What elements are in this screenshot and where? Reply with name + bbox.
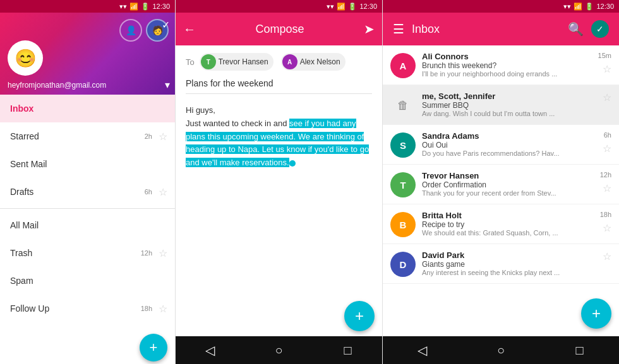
starred-star-icon: ☆ — [159, 131, 167, 143]
preview-3: Thank you for your recent order from Ste… — [422, 189, 595, 197]
sender-4: Britta Holt — [422, 211, 595, 220]
star-3[interactable]: ☆ — [603, 182, 611, 194]
nav-item-spam[interactable]: Spam — [0, 267, 175, 295]
middle-recents-nav[interactable]: □ — [329, 336, 367, 364]
left-fab[interactable]: + — [140, 334, 167, 361]
email-right-3: 12h ☆ — [600, 171, 611, 194]
avatar-4: B — [390, 212, 416, 237]
subject-1: Summer BBQ — [422, 101, 598, 110]
trevor-avatar: T — [201, 54, 216, 69]
preview-4: We should eat this: Grated Squash, Corn,… — [422, 229, 595, 237]
wifi-icon: 📶 — [129, 3, 138, 11]
middle-signal-icon: ▾▾ — [327, 3, 334, 11]
avatar-3: T — [390, 172, 416, 197]
compose-body: To T Trevor Hansen A Alex Nelson Plans f… — [176, 45, 382, 336]
cursor-bottom — [289, 160, 296, 167]
inbox-header: ☰ Inbox 🔍 ✓ — [383, 13, 619, 45]
star-2[interactable]: ☆ — [603, 143, 611, 155]
time-0: 15m — [598, 52, 611, 59]
secondary-avatar-1[interactable]: 👤 — [119, 19, 142, 42]
email-item-2[interactable]: S Sandra Adams Oui Oui Do you have Paris… — [383, 125, 619, 165]
email-item-0[interactable]: A Ali Connors Brunch this weekend? I'll … — [383, 45, 619, 85]
middle-battery-icon: 🔋 — [348, 3, 357, 11]
dropdown-icon[interactable]: ▾ — [165, 79, 170, 91]
follow-up-star-icon: ☆ — [159, 303, 167, 315]
star-5[interactable]: ☆ — [603, 250, 611, 262]
compose-subject[interactable]: Plans for the weekend — [186, 78, 372, 94]
drawer-check: ✓ — [162, 19, 170, 31]
compose-to-row: To T Trevor Hansen A Alex Nelson — [186, 53, 372, 71]
star-4[interactable]: ☆ — [603, 222, 611, 234]
right-battery-icon: 🔋 — [585, 3, 594, 11]
nav-item-all-mail[interactable]: All Mail — [0, 211, 175, 239]
starred-time: 2h — [145, 132, 152, 140]
follow-up-time: 18h — [141, 305, 152, 312]
time-4: 18h — [600, 211, 611, 218]
drawer-email: heyfromjonathan@gmail.com — [8, 81, 106, 90]
compose-fab[interactable]: + — [344, 301, 375, 331]
nav-label-drafts: Drafts — [10, 187, 165, 197]
email-item-3[interactable]: T Trevor Hansen Order Confirmation Thank… — [383, 165, 619, 204]
trash-time: 12h — [141, 249, 152, 257]
avatar-2: S — [390, 132, 416, 158]
middle-status-bar: ▾▾ 📶 🔋 12:30 — [176, 0, 382, 13]
right-time: 12:30 — [596, 3, 614, 10]
time-2: 6h — [604, 131, 611, 139]
right-back-nav[interactable]: ◁ — [403, 336, 441, 364]
nav-label-inbox: Inbox — [10, 103, 165, 114]
battery-icon: 🔋 — [141, 3, 150, 11]
middle-back-nav[interactable]: ◁ — [191, 336, 229, 364]
preview-5: Any interest in seeing the Knicks play n… — [422, 269, 598, 276]
sender-3: Trevor Hansen — [422, 171, 595, 180]
compose-body-text[interactable]: Hi guys, Just wanted to check in and see… — [186, 104, 372, 170]
email-content-4: Britta Holt Recipe to try We should eat … — [422, 211, 595, 237]
drawer-nav: Inbox Starred 2h ☆ Sent Mail Drafts 6h ☆ — [0, 95, 175, 336]
compose-highlight-text: see if you had any plans this upcoming w… — [186, 119, 369, 167]
right-home-nav[interactable]: ○ — [482, 336, 520, 364]
sender-0: Ali Connors — [422, 52, 593, 61]
inbox-menu-icon[interactable]: ☰ — [393, 21, 404, 37]
recipient-trevor[interactable]: T Trevor Hansen — [200, 53, 273, 71]
compose-back-icon[interactable]: ← — [183, 22, 196, 37]
avatar-0: A — [390, 53, 416, 78]
nav-item-drafts[interactable]: Drafts 6h ☆ — [0, 178, 175, 206]
nav-item-inbox[interactable]: Inbox — [0, 95, 175, 122]
middle-time: 12:30 — [359, 3, 377, 10]
email-item-1[interactable]: 🗑 me, Scott, Jennifer Summer BBQ Aw dang… — [383, 85, 619, 125]
email-item-4[interactable]: B Britta Holt Recipe to try We should ea… — [383, 204, 619, 244]
recipient-alex[interactable]: A Alex Nelson — [281, 53, 346, 71]
inbox-fab[interactable]: + — [581, 298, 611, 329]
right-status-bar: ▾▾ 📶 🔋 12:30 — [383, 0, 619, 13]
nav-item-starred[interactable]: Starred 2h ☆ — [0, 122, 175, 150]
email-content-5: David Park Giants game Any interest in s… — [422, 250, 598, 276]
email-right-5: ☆ — [603, 250, 611, 262]
star-0[interactable]: ☆ — [603, 63, 611, 75]
inbox-check-icon[interactable]: ✓ — [591, 20, 609, 38]
alex-name: Alex Nelson — [300, 57, 340, 66]
compose-panel: ▾▾ 📶 🔋 12:30 ← Compose ➤ To T Trevor Han… — [176, 0, 383, 364]
nav-item-trash[interactable]: Trash 12h ☆ — [0, 239, 175, 267]
inbox-search-icon[interactable]: 🔍 — [568, 21, 584, 37]
compose-send-icon[interactable]: ➤ — [364, 21, 375, 37]
nav-label-spam: Spam — [10, 276, 165, 286]
subject-3: Order Confirmation — [422, 180, 595, 189]
compose-header: ← Compose ➤ — [176, 13, 382, 45]
middle-home-nav[interactable]: ○ — [260, 336, 298, 364]
email-item-5[interactable]: D David Park Giants game Any interest in… — [383, 244, 619, 284]
right-recents-nav[interactable]: □ — [561, 336, 599, 364]
preview-0: I'll be in your neighborhood doing erran… — [422, 70, 593, 78]
nav-label-all-mail: All Mail — [10, 220, 165, 230]
nav-label-sent-mail: Sent Mail — [10, 159, 165, 169]
trevor-name: Trevor Hansen — [219, 57, 268, 66]
preview-2: Do you have Paris recommendations? Hav..… — [422, 150, 598, 157]
nav-item-follow-up[interactable]: Follow Up 18h ☆ — [0, 295, 175, 322]
nav-item-sent-mail[interactable]: Sent Mail — [0, 150, 175, 178]
email-content-0: Ali Connors Brunch this weekend? I'll be… — [422, 52, 593, 78]
main-avatar[interactable]: 😊 — [8, 40, 43, 76]
time-3: 12h — [600, 171, 611, 179]
email-content-2: Sandra Adams Oui Oui Do you have Paris r… — [422, 131, 598, 157]
left-time: 12:30 — [152, 3, 170, 10]
subject-0: Brunch this weekend? — [422, 61, 593, 70]
star-1[interactable]: ☆ — [603, 91, 611, 103]
signal-icon: ▾▾ — [119, 3, 127, 11]
